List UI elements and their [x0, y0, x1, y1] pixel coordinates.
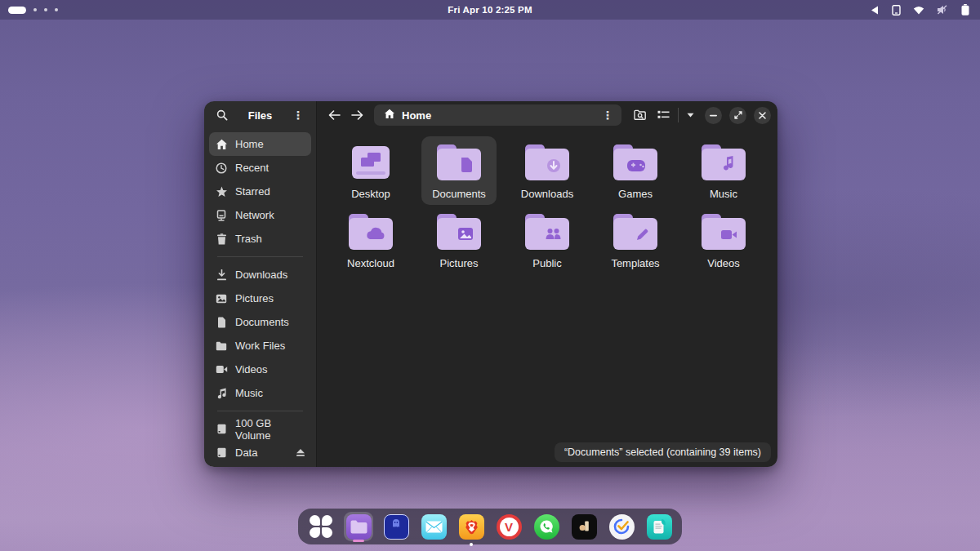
- file-tile-pictures[interactable]: Pictures: [421, 206, 497, 274]
- dock-app-grid[interactable]: [306, 512, 336, 541]
- list-view-icon[interactable]: [653, 104, 674, 126]
- file-tile-public[interactable]: Public: [510, 206, 585, 274]
- battery-icon[interactable]: [960, 4, 970, 16]
- file-label: Music: [710, 188, 737, 200]
- sidebar-item-documents[interactable]: Documents: [209, 310, 311, 334]
- close-icon[interactable]: [754, 107, 771, 124]
- file-tile-games[interactable]: Games: [598, 136, 673, 205]
- sidebar-header: Files ⋮: [204, 101, 316, 129]
- public-folder-icon: [525, 211, 569, 252]
- sidebar-item-label: Videos: [235, 363, 268, 375]
- path-bar[interactable]: Home ⋮: [374, 104, 621, 126]
- games-folder-icon: [613, 142, 657, 183]
- kebab-menu-icon[interactable]: ⋮: [599, 109, 617, 121]
- sidebar-item-volume[interactable]: 100 GB Volume: [209, 417, 311, 441]
- download-icon: [215, 269, 228, 281]
- sidebar-item-work-files[interactable]: Work Files: [209, 334, 311, 358]
- clock[interactable]: Fri Apr 10 2:25 PM: [0, 5, 980, 15]
- file-label: Downloads: [521, 188, 573, 200]
- file-tile-documents[interactable]: Documents: [421, 136, 497, 205]
- file-label: Desktop: [351, 188, 390, 200]
- sidebar-item-trash[interactable]: Trash: [209, 227, 311, 251]
- sidebar-item-home[interactable]: Home: [209, 132, 311, 156]
- dock-notes-app[interactable]: [644, 512, 674, 541]
- image-icon: [215, 294, 228, 304]
- documents-folder-icon: [437, 142, 481, 183]
- drive-icon: [215, 447, 228, 458]
- dock-blue-vault-app[interactable]: [381, 512, 411, 541]
- mic-muted-icon[interactable]: [937, 5, 948, 15]
- file-tile-nextcloud[interactable]: Nextcloud: [333, 206, 408, 274]
- kebab-menu-icon[interactable]: ⋮: [288, 105, 308, 125]
- file-grid: Desktop Documents: [317, 129, 777, 467]
- dock-checklist-app[interactable]: [607, 512, 636, 541]
- sidebar-item-pictures[interactable]: Pictures: [209, 287, 311, 310]
- sidebar-item-label: Work Files: [235, 340, 285, 352]
- templates-folder-icon: [613, 211, 657, 252]
- grid-row-1: Desktop Documents: [333, 136, 761, 205]
- sidebar-item-label: Data: [235, 447, 257, 459]
- running-app-indicator: [470, 543, 473, 546]
- sidebar-item-recent[interactable]: Recent: [209, 156, 311, 180]
- music-note-icon: [215, 388, 228, 399]
- wifi-icon[interactable]: [913, 6, 924, 15]
- sidebar-item-label: Pictures: [235, 292, 274, 304]
- menubar: Fri Apr 10 2:25 PM: [0, 0, 980, 20]
- file-label: Games: [618, 188, 653, 200]
- dock-brave-app[interactable]: [457, 512, 486, 541]
- file-tile-templates[interactable]: Templates: [598, 206, 673, 274]
- forward-arrow-icon[interactable]: [346, 104, 368, 126]
- toolbar-divider: [678, 108, 679, 122]
- sidebar-item-label: Recent: [235, 162, 269, 174]
- video-icon: [215, 365, 228, 374]
- sidebar-item-label: Downloads: [235, 269, 287, 281]
- file-tile-desktop[interactable]: Desktop: [333, 136, 408, 205]
- sidebar-item-starred[interactable]: Starred: [209, 180, 311, 203]
- toolbar: Home ⋮: [317, 101, 777, 129]
- sidebar-item-label: Starred: [235, 185, 270, 198]
- nextcloud-folder-icon: [349, 211, 393, 252]
- sidebar-item-videos[interactable]: Videos: [209, 358, 311, 381]
- sidebar-item-network[interactable]: Network: [209, 203, 311, 227]
- sidebar-item-label: Network: [235, 209, 274, 221]
- eject-icon[interactable]: [296, 448, 305, 457]
- file-label: Templates: [611, 257, 659, 269]
- network-icon: [215, 210, 228, 221]
- minimize-icon[interactable]: [705, 107, 722, 124]
- playback-back-icon[interactable]: [871, 6, 880, 15]
- file-tile-videos[interactable]: Videos: [686, 206, 761, 274]
- dock: V: [298, 509, 682, 544]
- main-area: Home ⋮: [317, 101, 777, 467]
- downloads-folder-icon: [525, 142, 569, 183]
- search-icon[interactable]: [212, 105, 232, 125]
- dark-notes-app-icon: [572, 514, 597, 540]
- menubar-status-icons[interactable]: [871, 4, 970, 16]
- dock-mail-app[interactable]: [419, 512, 448, 541]
- notes-app-icon: [647, 514, 672, 540]
- clock-icon: [215, 162, 228, 174]
- dock-dark-notes-app[interactable]: [569, 512, 599, 541]
- star-icon: [215, 186, 228, 198]
- file-tile-music[interactable]: Music: [686, 136, 761, 205]
- drive-icon: [215, 424, 228, 434]
- videos-folder-icon: [702, 211, 746, 252]
- files-window: Files ⋮ Home Recent Starred Network: [204, 101, 777, 467]
- sidebar-item-label: Home: [235, 138, 264, 150]
- dock-vivaldi-app[interactable]: V: [494, 512, 523, 541]
- folder-search-icon[interactable]: [630, 104, 651, 126]
- maximize-icon[interactable]: [729, 107, 746, 124]
- dock-whatsapp-app[interactable]: [532, 512, 561, 541]
- file-label: Nextcloud: [347, 257, 394, 269]
- chevron-down-icon[interactable]: [683, 104, 697, 126]
- sidebar-item-downloads[interactable]: Downloads: [209, 263, 311, 287]
- dock-files-app[interactable]: [344, 512, 373, 541]
- sidebar-item-music[interactable]: Music: [209, 381, 311, 405]
- back-arrow-icon[interactable]: [323, 104, 345, 126]
- tablet-icon[interactable]: [892, 5, 901, 16]
- file-tile-downloads[interactable]: Downloads: [510, 136, 585, 205]
- file-label: Pictures: [440, 257, 479, 269]
- sidebar-item-data[interactable]: Data: [209, 441, 311, 464]
- brave-app-icon: [459, 514, 484, 540]
- document-icon: [215, 317, 228, 328]
- desktop-folder-icon: [350, 142, 392, 183]
